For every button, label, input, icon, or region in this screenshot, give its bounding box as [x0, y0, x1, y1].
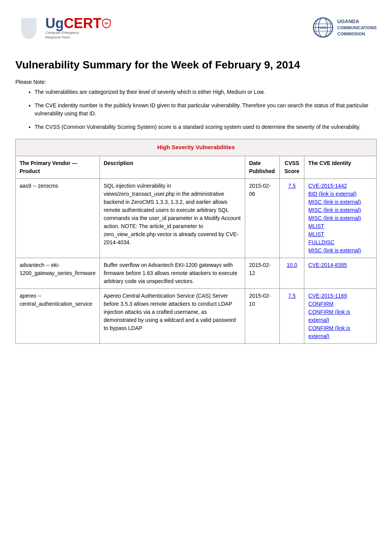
desc-cell-1: SQL injection vulnerability in views/zer…	[100, 178, 245, 258]
date-cell-2: 2015-02-12	[245, 258, 280, 288]
cvss-cell-3: 7.5	[279, 288, 304, 343]
cve-link-3-2[interactable]: CONFIRM (link is external)	[308, 309, 350, 323]
cve-link-1-3[interactable]: MISC (link is external)	[308, 207, 361, 213]
vulnerability-table: High Severity Vulnerabilities The Primar…	[15, 139, 377, 344]
cve-cell-2: CVE-2014-8385	[304, 258, 377, 288]
page-title: Vulnerability Summary for the Week of Fe…	[15, 59, 377, 71]
ugcert-shield-icon	[15, 16, 42, 39]
cve-link-2-0[interactable]: CVE-2014-8385	[308, 262, 347, 268]
date-cell-1: 2015-02-06	[245, 178, 280, 258]
cve-link-1-4[interactable]: MISC (link is external)	[308, 215, 361, 221]
ucc-logo-area: UCC UGANDA COMMUNICATIONS COMMISSION	[312, 17, 377, 38]
vendor-cell-1: aas9 -- zerocms	[16, 178, 100, 258]
desc-cell-2: Buffer overflow on Advantech EKI-1200 ga…	[100, 258, 245, 288]
section-header-row: High Severity Vulnerabilities	[16, 139, 377, 156]
shield-small-icon	[102, 18, 111, 28]
col-header-desc: Description	[100, 156, 245, 178]
cert-text: CERT	[64, 15, 101, 32]
vendor-cell-2: advantech -- eki-1200_gateway_series_fir…	[16, 258, 100, 288]
cvss-score-1[interactable]: 7.5	[288, 183, 296, 189]
cve-link-1-2[interactable]: MISC (link is external)	[308, 199, 361, 205]
date-cell-3: 2015-02-10	[245, 288, 280, 343]
cvss-score-3[interactable]: 7.5	[288, 293, 296, 299]
cve-link-1-6[interactable]: MLIST	[308, 231, 324, 237]
please-note-label: Please Note:	[15, 79, 377, 85]
col-header-cvss: CVSS Score	[279, 156, 304, 178]
cve-link-3-3[interactable]: CONFIRM (link is external)	[308, 325, 350, 339]
ugcert-logo: Ug CERT Computer Emergency Response Team	[15, 15, 111, 40]
bullet-3: The CVSS (Common Vulnerability Scoring S…	[35, 123, 377, 131]
table-row: aas9 -- zerocms SQL injection vulnerabil…	[16, 178, 377, 258]
ug-text: Ug	[45, 15, 64, 32]
ucc-globe-icon: UCC	[312, 17, 334, 38]
page-header: Ug CERT Computer Emergency Response Team	[15, 8, 377, 51]
cve-link-1-0[interactable]: CVE-2015-1442	[308, 183, 347, 189]
cve-link-3-1[interactable]: CONFIRM	[308, 301, 333, 307]
vendor-cell-3: apereo -- central_authentication_service	[16, 288, 100, 343]
column-header-row: The Primary Vendor --- Product Descripti…	[16, 156, 377, 178]
cvss-cell-1: 7.5	[279, 178, 304, 258]
cve-link-3-0[interactable]: CVE-2015-1169	[308, 293, 347, 299]
cve-cell-1: CVE-2015-1442 BID (link is external) MIS…	[304, 178, 377, 258]
bullet-2: The CVE indentity number is the publicly…	[35, 102, 377, 118]
desc-cell-3: Apereo Central Authentication Service (C…	[100, 288, 245, 343]
table-row: apereo -- central_authentication_service…	[16, 288, 377, 343]
cve-cell-3: CVE-2015-1169 CONFIRM CONFIRM (link is e…	[304, 288, 377, 343]
intro-bullets: The vulnerabilities are cattegorized by …	[15, 88, 377, 131]
col-header-date: Date Published	[245, 156, 280, 178]
svg-text:UCC: UCC	[319, 26, 327, 30]
col-header-vendor: The Primary Vendor --- Product	[16, 156, 100, 178]
bullet-1: The vulnerabilities are cattegorized by …	[35, 88, 377, 96]
table-row: advantech -- eki-1200_gateway_series_fir…	[16, 258, 377, 288]
cve-link-1-7[interactable]: FULLDISC	[308, 239, 334, 245]
col-header-cve: The CVE Identity	[304, 156, 377, 178]
cve-link-1-5[interactable]: MLIST	[308, 223, 324, 229]
section-title: High Severity Vulnerabilities	[16, 139, 377, 156]
cvss-score-2[interactable]: 10.0	[287, 262, 297, 268]
ucc-text: UGANDA COMMUNICATIONS COMMISSION	[337, 18, 377, 37]
cve-link-1-1[interactable]: BID (link is external)	[308, 191, 356, 197]
cve-link-1-8[interactable]: MISC (link is external)	[308, 247, 361, 253]
ugcert-subtitle: Computer Emergency Response Team	[45, 31, 111, 40]
cvss-cell-2: 10.0	[279, 258, 304, 288]
ugcert-text: Ug CERT Computer Emergency Response Team	[45, 15, 111, 40]
